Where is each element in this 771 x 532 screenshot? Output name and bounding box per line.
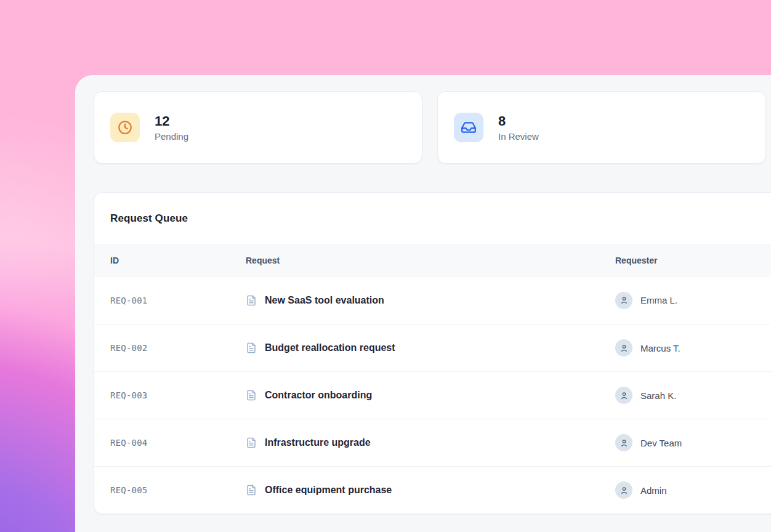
table-row[interactable]: REQ-001 New SaaS tool evaluation Emma L. — [94, 276, 771, 324]
stat-label: Pending — [155, 131, 188, 142]
document-icon — [246, 295, 257, 306]
request-title: New SaaS tool evaluation — [265, 295, 384, 306]
request-id: REQ-001 — [110, 296, 246, 305]
requester-name: Sarah K. — [640, 390, 676, 401]
request-title: Infrastructure upgrade — [265, 437, 371, 448]
table-row[interactable]: REQ-004 Infrastructure upgrade Dev Team — [94, 419, 771, 466]
stat-label: In Review — [498, 131, 539, 142]
table-row[interactable]: REQ-005 Office equipment purchase Admin — [94, 466, 771, 514]
stat-card-pending: 12 Pending — [94, 91, 422, 164]
avatar — [615, 292, 632, 309]
stat-value: 12 — [155, 113, 188, 129]
document-icon — [246, 390, 257, 401]
clock-icon — [110, 113, 140, 142]
stat-card-in-review: 8 In Review — [437, 91, 766, 164]
table-header-row: ID Request Requester — [94, 244, 771, 276]
stat-text: 8 In Review — [498, 113, 539, 142]
stats-row: 12 Pending 8 In Review — [94, 91, 771, 164]
request-title: Contractor onboarding — [265, 390, 372, 401]
document-icon — [246, 485, 257, 496]
request-id: REQ-004 — [110, 438, 246, 448]
column-header-id: ID — [110, 256, 246, 265]
requester-name: Dev Team — [640, 438, 682, 448]
stat-text: 12 Pending — [155, 113, 188, 142]
dashboard-panel: 12 Pending 8 In Review Request Queue ID — [75, 75, 771, 532]
avatar — [615, 339, 632, 357]
table-title-bar: Request Queue — [94, 193, 771, 244]
table-row[interactable]: REQ-002 Budget reallocation request Marc… — [94, 324, 771, 371]
column-header-request: Request — [246, 256, 615, 265]
request-id: REQ-005 — [110, 485, 246, 495]
request-id: REQ-003 — [110, 390, 246, 400]
stat-value: 8 — [498, 113, 539, 129]
request-id: REQ-002 — [110, 343, 246, 353]
requester-name: Emma L. — [640, 295, 677, 305]
avatar — [615, 434, 632, 451]
request-title: Office equipment purchase — [265, 485, 392, 496]
requester-name: Marcus T. — [640, 343, 680, 353]
request-queue-card: Request Queue ID Request Requester REQ-0… — [94, 192, 771, 514]
desktop-background: { "stats": [ { "value": "12", "label": "… — [0, 0, 771, 532]
request-title: Budget reallocation request — [265, 342, 395, 353]
document-icon — [246, 342, 257, 353]
table-row[interactable]: REQ-003 Contractor onboarding Sarah K. — [94, 371, 771, 419]
avatar — [615, 482, 632, 499]
requester-name: Admin — [640, 485, 667, 496]
avatar — [615, 387, 632, 404]
column-header-requester: Requester — [615, 256, 771, 265]
inbox-icon — [454, 113, 483, 142]
page-title: Request Queue — [110, 212, 188, 225]
document-icon — [246, 437, 257, 448]
